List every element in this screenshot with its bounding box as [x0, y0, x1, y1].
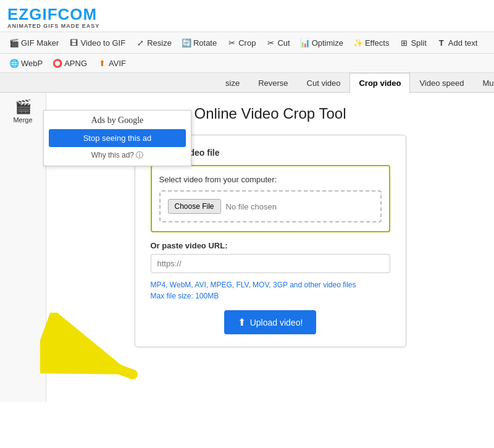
nav-apng-label: APNG — [64, 59, 87, 68]
nav-split-label: Split — [411, 38, 426, 48]
nav-cut-label: Cut — [277, 38, 290, 48]
apng-icon: ⭕ — [52, 58, 62, 68]
arrow-wrapper — [40, 313, 164, 389]
url-input[interactable] — [151, 254, 390, 273]
tab-video-speed-label: Video speed — [419, 78, 464, 88]
tab-mute[interactable]: Mute — [473, 73, 494, 93]
upload-icon: ⬆ — [238, 316, 246, 328]
file-info-line1: MP4, WebM, AVI, MPEG, FLV, MOV, 3GP and … — [151, 279, 390, 290]
avif-icon: ⬆ — [97, 58, 107, 68]
resize-icon: ⤢ — [135, 38, 145, 48]
sidebar: 🎬 Merge — [0, 93, 46, 402]
ads-by-text: Ads by — [91, 116, 116, 125]
tab-cut-video-label: Cut video — [307, 78, 341, 88]
choose-file-button[interactable]: Choose File — [168, 199, 221, 214]
tab-bar: size Reverse Cut video Crop video Video … — [0, 73, 494, 93]
crop-icon: ✂ — [227, 38, 237, 48]
yellow-arrow-svg — [40, 313, 164, 387]
gif-maker-icon: 🎬 — [9, 38, 19, 48]
why-this-ad[interactable]: Why this ad? ⓘ — [49, 150, 186, 161]
nav-split[interactable]: ⊞ Split — [395, 36, 430, 49]
logo-text: EZGIFCOM — [7, 5, 97, 23]
tab-reverse-label: Reverse — [258, 78, 288, 88]
upload-card: Upload video file Select video from your… — [135, 135, 406, 347]
nav-avif-label: AVIF — [109, 59, 126, 68]
file-select-label: Select video from your computer: — [159, 175, 382, 184]
effects-icon: ✨ — [353, 38, 363, 48]
nav-webp[interactable]: 🌐 WebP — [5, 56, 47, 70]
no-file-text: No file chosen — [226, 202, 277, 211]
upload-button[interactable]: ⬆ Upload video! — [224, 310, 317, 334]
nav-crop-label: Crop — [238, 38, 256, 48]
merge-icon: 🎬 — [15, 99, 31, 115]
nav-webp-label: WebP — [21, 59, 43, 68]
nav-rotate-label: Rotate — [193, 38, 217, 48]
nav-cut[interactable]: ✂ Cut — [261, 36, 294, 49]
tab-crop-video[interactable]: Crop video — [350, 73, 410, 93]
sidebar-merge-label: Merge — [13, 116, 32, 124]
nav-add-text[interactable]: T Add text — [432, 36, 482, 49]
nav-video-to-gif-label: Video to GIF — [80, 38, 125, 48]
nav-rotate[interactable]: 🔄 Rotate — [177, 36, 221, 49]
header: EZGIFCOM ANIMATED GIFS MADE EASY — [0, 0, 494, 32]
ad-by-google: Ads by Google — [49, 116, 186, 125]
rotate-icon: 🔄 — [182, 38, 191, 48]
sidebar-item-merge[interactable]: 🎬 Merge — [0, 93, 46, 130]
tab-size-label: size — [225, 78, 240, 88]
nav-effects-label: Effects — [365, 38, 390, 48]
nav-video-to-gif[interactable]: 🎞 Video to GIF — [64, 36, 130, 49]
optimize-icon: 📊 — [300, 38, 310, 48]
nav-resize-label: Resize — [147, 38, 172, 48]
ad-block: Ads by Google Stop seeing this ad Why th… — [43, 110, 191, 166]
nav-crop[interactable]: ✂ Crop — [222, 36, 260, 49]
file-drop-zone[interactable]: Choose File No file chosen — [159, 190, 382, 222]
add-text-icon: T — [437, 38, 446, 48]
nav-resize[interactable]: ⤢ Resize — [131, 36, 176, 49]
nav-toolbar: 🎬 GIF Maker 🎞 Video to GIF ⤢ Resize 🔄 Ro… — [0, 32, 494, 54]
google-text: Google — [118, 116, 143, 125]
file-info-line2: Max file size: 100MB — [151, 290, 390, 302]
url-label: Or paste video URL: — [151, 241, 390, 250]
tab-mute-label: Mute — [482, 78, 494, 88]
nav-effects[interactable]: ✨ Effects — [349, 36, 394, 49]
split-icon: ⊞ — [399, 38, 409, 48]
stop-seeing-ad-button[interactable]: Stop seeing this ad — [49, 129, 186, 147]
logo-subtext: ANIMATED GIFS MADE EASY — [7, 23, 487, 29]
webp-icon: 🌐 — [9, 58, 19, 68]
nav-row2: 🌐 WebP ⭕ APNG ⬆ AVIF — [0, 54, 494, 73]
nav-add-text-label: Add text — [448, 38, 478, 48]
tab-size[interactable]: size — [216, 73, 249, 93]
video-to-gif-icon: 🎞 — [69, 38, 78, 48]
nav-optimize-label: Optimize — [312, 38, 343, 48]
tab-reverse[interactable]: Reverse — [249, 73, 297, 93]
file-info: MP4, WebM, AVI, MPEG, FLV, MOV, 3GP and … — [151, 279, 390, 302]
file-select-box: Select video from your computer: Choose … — [151, 165, 390, 232]
tab-video-speed[interactable]: Video speed — [410, 73, 473, 93]
logo: EZGIFCOM — [7, 5, 487, 24]
nav-gif-maker[interactable]: 🎬 GIF Maker — [5, 36, 63, 49]
nav-gif-maker-label: GIF Maker — [21, 38, 59, 48]
nav-apng[interactable]: ⭕ APNG — [48, 56, 91, 70]
nav-optimize[interactable]: 📊 Optimize — [296, 36, 348, 49]
tab-crop-video-label: Crop video — [359, 78, 401, 88]
upload-button-label: Upload video! — [250, 318, 303, 328]
cut-icon: ✂ — [266, 38, 275, 48]
tab-cut-video[interactable]: Cut video — [298, 73, 350, 93]
nav-avif[interactable]: ⬆ AVIF — [93, 56, 130, 70]
